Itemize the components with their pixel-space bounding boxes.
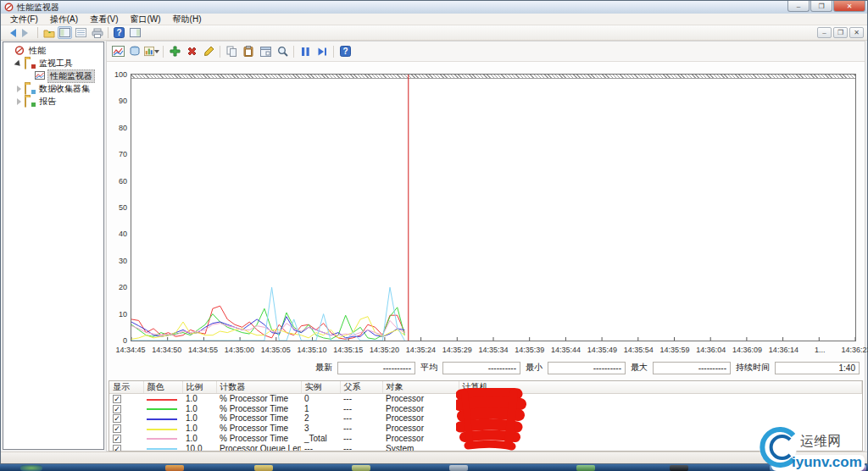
show-console-tree-button[interactable] — [58, 26, 72, 39]
menu-item[interactable]: 查看(V) — [84, 14, 124, 25]
windows-taskbar[interactable] — [0, 464, 868, 471]
child-minimize-button[interactable]: – — [817, 27, 832, 38]
update-data-button[interactable] — [314, 44, 330, 58]
x-axis-label: 14:36:14 — [769, 346, 798, 354]
toolbar-separator — [293, 46, 294, 58]
instance-cell: _Total — [301, 434, 340, 444]
tree-spacer — [26, 73, 33, 80]
update-data-icon — [317, 47, 327, 57]
legend-column-header[interactable]: 计数器 — [216, 381, 301, 394]
export-list-button[interactable] — [74, 26, 88, 39]
tree-item[interactable]: 数据收集器集 — [3, 82, 103, 95]
instance-cell: 0 — [301, 394, 340, 404]
tree-item[interactable]: 性能监视器 — [3, 69, 103, 82]
menu-item[interactable]: 帮助(H) — [167, 14, 208, 25]
tree-item[interactable]: 报告 — [3, 95, 103, 108]
taskbar-app-icon[interactable] — [449, 465, 468, 471]
tree-expander-icon[interactable] — [16, 98, 23, 105]
close-button[interactable]: ✕ — [833, 1, 865, 12]
legend-row[interactable]: ✓10.0Processor Queue Length------System — [109, 443, 862, 452]
x-axis-label: 14:35:20 — [370, 346, 399, 354]
print-button[interactable] — [90, 26, 104, 39]
show-checkbox[interactable]: ✓ — [113, 395, 121, 403]
legend-column-header[interactable]: 计算机 — [459, 381, 862, 394]
show-checkbox[interactable]: ✓ — [113, 414, 121, 423]
forward-button[interactable] — [19, 26, 34, 39]
properties-icon — [260, 47, 271, 57]
view-current-activity-button[interactable] — [110, 44, 125, 58]
perfmon-chart-icon — [35, 71, 45, 80]
highlight-button[interactable] — [201, 44, 216, 58]
main-toolbar: ? – ❐ ✕ — [1, 25, 867, 41]
maximize-button[interactable]: ❐ — [810, 1, 832, 12]
taskbar-app-icon[interactable] — [352, 465, 370, 471]
taskbar-app-icon[interactable] — [670, 465, 688, 471]
tree-expander-icon[interactable] — [16, 86, 23, 92]
chart-plot-area[interactable] — [131, 74, 856, 341]
show-checkbox[interactable]: ✓ — [113, 435, 121, 443]
show-checkbox[interactable]: ✓ — [113, 445, 121, 452]
legend-row[interactable]: ✓1.0% Processor Time2---Processor — [109, 413, 862, 424]
tree-expander-icon[interactable] — [6, 47, 13, 54]
color-cell — [143, 403, 182, 413]
legend-column-header[interactable]: 比例 — [182, 381, 216, 394]
change-graph-type-button[interactable] — [144, 44, 159, 58]
tree-item-label: 性能监视器 — [47, 69, 95, 83]
print-icon — [92, 28, 103, 38]
properties-button[interactable] — [258, 44, 273, 58]
help-button[interactable]: ? — [112, 26, 126, 39]
watermark-domain-text: iyunv.com — [792, 454, 862, 470]
view-log-data-button[interactable] — [127, 44, 142, 58]
taskbar-app-icon[interactable] — [576, 465, 595, 471]
taskbar-app-icon[interactable] — [254, 465, 273, 471]
child-restore-button[interactable]: ❐ — [833, 27, 848, 38]
taskbar-app-icon[interactable] — [165, 465, 184, 471]
copy-properties-icon — [226, 46, 237, 57]
legend-column-header[interactable]: 颜色 — [143, 381, 182, 394]
child-close-button[interactable]: ✕ — [849, 27, 864, 38]
perfmon-icon — [14, 46, 25, 55]
show-checkbox[interactable]: ✓ — [113, 405, 121, 413]
paste-counter-list-button[interactable] — [241, 44, 256, 58]
show-checkbox[interactable]: ✓ — [113, 424, 121, 433]
help-button-chart[interactable]: ? — [337, 44, 353, 58]
legend-column-header[interactable]: 对象 — [382, 381, 459, 394]
parent-cell: --- — [340, 394, 382, 404]
back-button[interactable] — [3, 26, 18, 39]
menu-item[interactable]: 窗口(W) — [124, 14, 166, 25]
y-axis-label: 10 — [119, 310, 127, 319]
tree-expander-icon[interactable] — [16, 60, 23, 67]
start-orb-icon[interactable] — [20, 465, 42, 471]
folder-icon — [43, 28, 55, 38]
y-axis-label: 100 — [114, 70, 127, 79]
freeze-display-button[interactable] — [298, 44, 313, 58]
legend-row[interactable]: ✓1.0% Processor Time3---Processor — [109, 424, 862, 434]
folder-button[interactable] — [42, 26, 56, 39]
zoom-icon — [277, 46, 288, 57]
x-axis: 14:34:4514:34:5014:34:5514:35:0014:35:05… — [131, 344, 856, 355]
add-counter-button[interactable] — [167, 44, 182, 58]
zoom-button[interactable] — [275, 44, 290, 58]
stat-label: 平均 — [420, 362, 437, 374]
legend-row[interactable]: ✓1.0% Processor Time1---Processor — [109, 403, 862, 413]
stat-value-field: ---------- — [442, 362, 520, 374]
legend-column-header[interactable]: 显示 — [109, 381, 143, 394]
export-list-icon — [75, 28, 86, 37]
x-axis-label: 14:35:15 — [333, 346, 363, 354]
tree-item[interactable]: 监视工具 — [3, 57, 103, 69]
legend-row[interactable]: ✓1.0% Processor Time0---Processor — [109, 394, 862, 404]
copy-properties-button[interactable] — [224, 44, 239, 58]
legend-row[interactable]: ✓1.0% Processor Time_Total---Processor — [109, 434, 862, 444]
menu-item[interactable]: 操作(A) — [44, 14, 84, 25]
legend-column-header[interactable]: 父系 — [340, 381, 382, 394]
legend-column-header[interactable]: 实例 — [301, 381, 340, 394]
delete-counter-button[interactable] — [184, 44, 199, 58]
counter-cell: % Processor Time — [216, 413, 301, 424]
title-bar[interactable]: 性能监视器 – ❐ ✕ — [1, 1, 867, 14]
show-action-pane-button[interactable] — [128, 26, 142, 39]
minimize-button[interactable]: – — [787, 1, 810, 12]
tree-item-root[interactable]: 性能 — [3, 44, 103, 57]
x-axis-label: 14:35:54 — [624, 346, 654, 354]
menu-item[interactable]: 文件(F) — [4, 14, 44, 25]
freeze-display-icon — [301, 47, 310, 57]
